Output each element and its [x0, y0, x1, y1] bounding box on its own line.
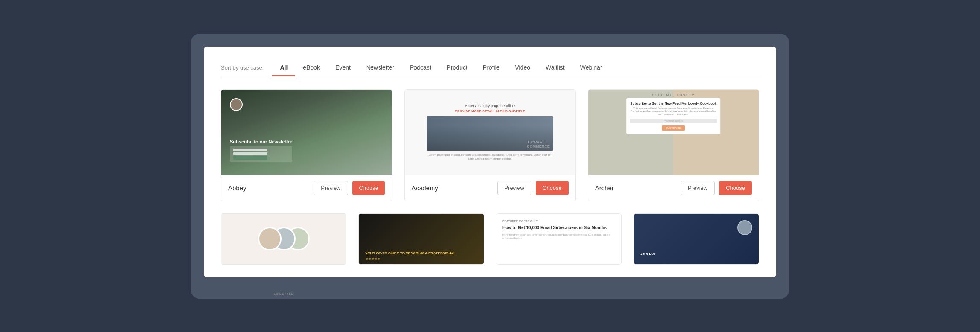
academy-subheadline: PROVIDE MORE DETAIL IN THIS SUBTITLE	[455, 109, 525, 113]
abbey-preview-button[interactable]: Preview	[314, 181, 348, 195]
template-card-academy: Enter a catchy page headline PROVIDE MOR…	[404, 89, 575, 201]
partial2-stars: ★★★★★	[365, 257, 380, 261]
archer-card-actions: Preview Choose	[681, 181, 752, 195]
academy-card-actions: Preview Choose	[497, 181, 569, 195]
archer-card-body: This year's cookbook features recipes fr…	[630, 107, 717, 116]
content-area: Sort by use case: All eBook Event Newsle…	[204, 47, 776, 277]
tab-event[interactable]: Event	[328, 60, 358, 76]
academy-card-name: Academy	[411, 184, 438, 192]
partial1-circles	[258, 227, 310, 250]
templates-grid: Subscribe to our Newsletter Abbey Previe…	[221, 89, 759, 201]
archer-inner-card: Subscribe to Get the New Feed Me, Lovely…	[627, 98, 721, 134]
template-card-abbey: Subscribe to our Newsletter Abbey Previe…	[221, 89, 392, 201]
academy-choose-button[interactable]: Choose	[536, 181, 569, 195]
archer-subscribe-btn: SUBSCRIBE	[662, 125, 685, 131]
partial4-name: Jane Doe	[640, 252, 656, 256]
screen: Sort by use case: All eBook Event Newsle…	[204, 47, 776, 277]
template-card-archer: FEED ME, LOVELY Subscribe to Get the New…	[588, 89, 759, 201]
filter-tabs: All eBook Event Newsletter Podcast Produ…	[272, 59, 610, 76]
tab-newsletter[interactable]: Newsletter	[358, 60, 402, 76]
partial1-preview: LIFESTYLE	[221, 214, 346, 264]
tab-ebook[interactable]: eBook	[295, 60, 328, 76]
abbey-card-actions: Preview Choose	[314, 181, 385, 195]
archer-card-name: Archer	[595, 184, 614, 192]
tab-product[interactable]: Product	[439, 60, 475, 76]
abbey-card-footer: Abbey Preview Choose	[221, 175, 392, 201]
filter-label: Sort by use case:	[221, 64, 264, 71]
archer-email-input: Your email address	[630, 119, 717, 123]
partial3-preview: FEATURED POSTS ONLY How to Get 10,000 Em…	[496, 214, 621, 264]
archer-header-text: FEED ME, LOVELY	[588, 90, 759, 100]
partial2-preview: YOUR GO-TO GUIDE TO BECOMING A PROFESSIO…	[359, 214, 484, 264]
abbey-preview-image: Subscribe to our Newsletter	[221, 90, 392, 175]
tab-waitlist[interactable]: Waitlist	[538, 60, 572, 76]
partial3-title: How to Get 10,000 Email Subscribers in S…	[502, 225, 607, 230]
monitor-frame: Sort by use case: All eBook Event Newsle…	[191, 34, 789, 299]
tab-video[interactable]: Video	[508, 60, 538, 76]
abbey-avatar	[230, 98, 243, 111]
archer-choose-button[interactable]: Choose	[719, 181, 752, 195]
academy-card-footer: Academy Preview Choose	[405, 175, 575, 201]
partial1-circle1	[258, 227, 282, 250]
abbey-card-name: Abbey	[228, 184, 246, 192]
template-card-partial-2: YOUR GO-TO GUIDE TO BECOMING A PROFESSIO…	[358, 213, 484, 265]
template-card-partial-4: Jane Doe	[634, 213, 759, 265]
archer-card-footer: Archer Preview Choose	[588, 175, 759, 201]
template-card-partial-3: FEATURED POSTS ONLY How to Get 10,000 Em…	[496, 213, 622, 265]
tab-webinar[interactable]: Webinar	[572, 60, 610, 76]
partial4-preview: Jane Doe	[634, 214, 759, 264]
partial-row: LIFESTYLE YOUR GO-TO GUIDE TO BECOMING A…	[221, 213, 759, 265]
filter-bar: Sort by use case: All eBook Event Newsle…	[221, 59, 759, 76]
tab-all[interactable]: All	[272, 60, 295, 76]
archer-preview-button[interactable]: Preview	[681, 181, 715, 195]
template-card-partial-1: LIFESTYLE	[221, 213, 346, 265]
academy-headline: Enter a catchy page headline	[465, 104, 515, 108]
tab-podcast[interactable]: Podcast	[402, 60, 439, 76]
academy-body-text: Lorem ipsum dolor sit amet, consectetur …	[427, 153, 553, 160]
abbey-form	[230, 146, 292, 162]
archer-card-title: Subscribe to Get the New Feed Me, Lovely…	[630, 102, 717, 105]
abbey-choose-button[interactable]: Choose	[352, 181, 385, 195]
archer-preview-image: FEED ME, LOVELY Subscribe to Get the New…	[588, 90, 759, 175]
academy-preview-button[interactable]: Preview	[497, 181, 531, 195]
partial4-avatar	[737, 220, 752, 235]
abbey-title: Subscribe to our Newsletter	[230, 139, 292, 144]
partial2-title: YOUR GO-TO GUIDE TO BECOMING A PROFESSIO…	[365, 251, 455, 256]
partial3-text: Nunc hendrerit quam sed lorem sollicitud…	[502, 233, 615, 240]
academy-image: ✦ CRAFTCOMMERCE	[427, 116, 553, 151]
abbey-content: Subscribe to our Newsletter	[230, 139, 292, 162]
tab-profile[interactable]: Profile	[475, 60, 508, 76]
partial3-tag: FEATURED POSTS ONLY	[502, 220, 538, 223]
academy-preview-image: Enter a catchy page headline PROVIDE MOR…	[405, 90, 575, 175]
